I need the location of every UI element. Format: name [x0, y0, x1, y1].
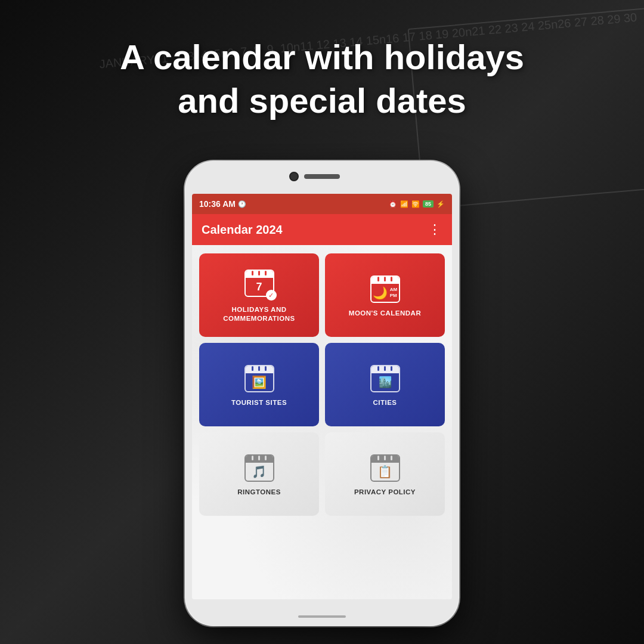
privacy-cal-header	[371, 456, 399, 463]
menu-button[interactable]: ⋮	[428, 222, 442, 237]
cities-icon: 🏙️	[370, 365, 400, 392]
moons-calendar-label: MOON'S CALENDAR	[349, 309, 421, 318]
phone-camera	[289, 172, 299, 181]
moon-icon: 🌙 AM PM	[370, 275, 400, 303]
grid-row-2: 🖼️ TOURIST SITES 🏙️	[199, 343, 445, 426]
phone-outer: 10:36 AM 🕐 ⏰ 📶 🛜 85 ⚡ Calendar 2024 ⋮	[185, 161, 459, 626]
clock-icon: 🕐	[238, 200, 246, 208]
grid-row-3: 🎵 RINGTONES 📋	[199, 432, 445, 516]
alarm-icon: ⏰	[389, 200, 397, 208]
grid-row-1: 7 ✓ HOLIDAYS ANDCOMMEMORATIONS	[199, 253, 445, 337]
cities-cal-body: 🏙️	[371, 373, 399, 391]
moon-cal-body: 🌙 AM PM	[371, 284, 399, 302]
am-label: AM	[390, 287, 397, 293]
signal-icon: 📶	[400, 200, 408, 208]
ringtones-cal-body: 🎵	[246, 463, 273, 481]
battery-badge: 85	[423, 200, 434, 208]
tile-holidays[interactable]: 7 ✓ HOLIDAYS ANDCOMMEMORATIONS	[199, 253, 319, 337]
privacy-icon: 📋	[370, 454, 400, 482]
moon-cal-base: 🌙 AM PM	[370, 275, 400, 303]
pm-label: PM	[390, 293, 397, 299]
ringtones-label: RINGTONES	[237, 488, 281, 497]
tourist-cal-body: 🖼️	[246, 373, 273, 391]
app-content: 7 ✓ HOLIDAYS ANDCOMMEMORATIONS	[192, 245, 452, 599]
phone-wrapper: 10:36 AM 🕐 ⏰ 📶 🛜 85 ⚡ Calendar 2024 ⋮	[185, 161, 459, 626]
ringtones-cal-header	[246, 456, 273, 463]
am-pm-labels: AM PM	[390, 287, 397, 298]
privacy-cal-body: 📋	[371, 463, 399, 481]
holidays-label: HOLIDAYS ANDCOMMEMORATIONS	[223, 305, 295, 323]
moon-symbol: 🌙	[373, 286, 388, 300]
tourist-icon: 🖼️	[244, 365, 274, 392]
headline-line1: A calendar with holidays	[48, 36, 596, 79]
check-badge: ✓	[266, 290, 277, 301]
privacy-policy-label: PRIVACY POLICY	[354, 488, 416, 497]
app-bar: Calendar 2024 ⋮	[192, 214, 452, 245]
phone-speaker	[304, 174, 340, 179]
status-icons: ⏰ 📶 🛜 85 ⚡	[389, 200, 445, 208]
status-bar: 10:36 AM 🕐 ⏰ 📶 🛜 85 ⚡	[192, 194, 452, 214]
bolt-icon: ⚡	[436, 200, 445, 208]
holidays-icon: 7 ✓	[244, 270, 274, 299]
wifi-icon: 🛜	[411, 200, 420, 208]
status-time: 10:36 AM 🕐	[199, 199, 246, 209]
tile-cities[interactable]: 🏙️ CITIES	[325, 343, 445, 426]
tile-moons-calendar[interactable]: 🌙 AM PM MOON'S CALENDAR	[325, 253, 445, 337]
cal-rings-holidays	[246, 271, 273, 278]
headline: A calendar with holidays and special dat…	[0, 36, 644, 122]
status-time-text: 10:36 AM	[199, 199, 236, 209]
phone-screen: 10:36 AM 🕐 ⏰ 📶 🛜 85 ⚡ Calendar 2024 ⋮	[192, 194, 452, 599]
headline-line2: and special dates	[48, 79, 596, 123]
ringtones-icon: 🎵	[244, 454, 274, 482]
phone-home-bar	[298, 615, 346, 618]
tile-privacy-policy[interactable]: 📋 PRIVACY POLICY	[325, 432, 445, 516]
app-title: Calendar 2024	[202, 223, 283, 237]
tourist-cal-header	[246, 366, 273, 373]
tile-tourist-sites[interactable]: 🖼️ TOURIST SITES	[199, 343, 319, 426]
moon-cal-header	[371, 277, 399, 284]
cities-label: CITIES	[373, 398, 397, 407]
tourist-sites-label: TOURIST SITES	[231, 398, 287, 407]
cities-cal-header	[371, 366, 399, 373]
tile-ringtones[interactable]: 🎵 RINGTONES	[199, 432, 319, 516]
